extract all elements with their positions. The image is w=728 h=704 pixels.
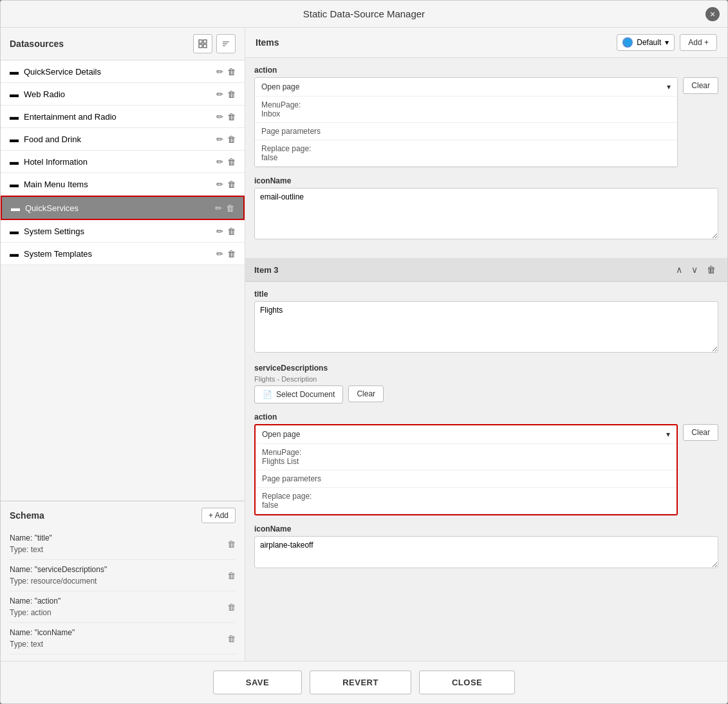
save-button[interactable]: SAVE <box>213 671 302 694</box>
item2-iconname-textarea[interactable]: email-outline <box>254 188 718 239</box>
datasource-icon: ▬ <box>10 226 19 236</box>
dropdown-chevron-icon: ▾ <box>665 38 669 47</box>
item3-up-button[interactable]: ∧ <box>673 263 685 276</box>
right-panel: Items 🌐 Default ▾ Add + act <box>245 28 727 661</box>
datasource-item-main-menu-items[interactable]: ▬ Main Menu Items ✏ 🗑 <box>1 173 245 196</box>
schema-title: Schema <box>10 510 44 521</box>
datasource-actions: ✏ 🗑 <box>216 67 236 77</box>
item2-action-field: action Open page ▾ M <box>254 66 718 167</box>
close-button[interactable]: CLOSE <box>419 671 515 694</box>
default-label: Default <box>637 38 661 47</box>
item3-dropdown-chevron-icon: ▾ <box>666 430 670 439</box>
datasource-label: QuickService Details <box>24 67 211 77</box>
datasource-label: Hotel Information <box>24 157 211 167</box>
item3-delete-button[interactable]: 🗑 <box>704 263 718 276</box>
datasource-actions: ✏ 🗑 <box>216 180 236 189</box>
datasource-icon: ▬ <box>10 156 19 167</box>
item2-action-dropdown[interactable]: Open page ▾ <box>255 78 677 97</box>
datasource-item-food-drink[interactable]: ▬ Food and Drink ✏ 🗑 <box>1 128 245 151</box>
schema-item-text: Name: "action" Type: action <box>10 595 61 618</box>
globe-icon: 🌐 <box>622 37 633 48</box>
datasource-label: System Templates <box>24 249 211 259</box>
schema-item-delete-icon[interactable]: 🗑 <box>227 571 236 580</box>
datasource-label: QuickServices <box>25 203 210 213</box>
default-select-dropdown[interactable]: 🌐 Default ▾ <box>617 34 675 51</box>
item2-action-label: action <box>254 66 718 75</box>
schema-item-delete-icon[interactable]: 🗑 <box>227 602 236 612</box>
datasource-actions: ✏ 🗑 <box>216 112 236 122</box>
item3-servicedesc-clear-button[interactable]: Clear <box>348 385 384 402</box>
edit-icon[interactable]: ✏ <box>216 67 223 77</box>
item3-action-detail-menupage: MenuPage:Flights List <box>256 444 677 470</box>
delete-icon[interactable]: 🗑 <box>227 249 236 259</box>
delete-icon[interactable]: 🗑 <box>227 227 236 236</box>
datasource-icon: ▬ <box>10 66 19 77</box>
grid-view-button[interactable] <box>193 34 212 53</box>
item3-title-textarea[interactable]: Flights <box>254 301 718 353</box>
datasource-actions: ✏ 🗑 <box>215 203 234 213</box>
schema-item: Name: "iconName" Type: text 🗑 <box>10 623 236 654</box>
item2-iconname-label: iconName <box>254 176 718 185</box>
item2-iconname-field: iconName email-outline <box>254 176 718 241</box>
item3-iconname-textarea[interactable]: airplane-takeoff <box>254 536 718 568</box>
datasource-label: System Settings <box>24 227 211 236</box>
edit-icon[interactable]: ✏ <box>216 157 223 167</box>
edit-icon[interactable]: ✏ <box>216 134 223 144</box>
item3-iconname-label: iconName <box>254 524 718 533</box>
edit-icon[interactable]: ✏ <box>216 249 223 259</box>
item2-action-detail-replacepage: Replace page:false <box>255 140 677 167</box>
item2-action-clear-button[interactable]: Clear <box>683 77 718 94</box>
datasource-item-system-settings[interactable]: ▬ System Settings ✏ 🗑 <box>1 220 245 243</box>
schema-item-delete-icon[interactable]: 🗑 <box>227 539 236 549</box>
item2-action-detail-pageparams: Page parameters <box>255 123 677 140</box>
item3-action-row: Open page ▾ MenuPage:Flights List Page p… <box>254 424 718 515</box>
datasource-item-hotel-information[interactable]: ▬ Hotel Information ✏ 🗑 <box>1 151 245 173</box>
edit-icon[interactable]: ✏ <box>215 203 222 213</box>
delete-icon[interactable]: 🗑 <box>227 134 236 144</box>
item3-action-detail-replacepage: Replace page:false <box>256 488 677 514</box>
datasource-item-web-radio[interactable]: ▬ Web Radio ✏ 🗑 <box>1 83 245 106</box>
datasource-icon: ▬ <box>10 248 19 259</box>
modal-close-x-button[interactable]: × <box>705 7 720 21</box>
item3-action-input-area: Open page ▾ MenuPage:Flights List Page p… <box>254 424 678 515</box>
delete-icon[interactable]: 🗑 <box>227 89 236 99</box>
item3-down-button[interactable]: ∨ <box>689 263 700 276</box>
datasource-actions: ✏ 🗑 <box>216 89 236 99</box>
right-panel-header: Items 🌐 Default ▾ Add + <box>245 28 727 58</box>
datasource-list: ▬ QuickService Details ✏ 🗑 ▬ Web Radio ✏… <box>1 60 245 501</box>
edit-icon[interactable]: ✏ <box>216 112 223 122</box>
datasource-item-quickservice-details[interactable]: ▬ QuickService Details ✏ 🗑 <box>1 60 245 83</box>
right-header-controls: 🌐 Default ▾ Add + <box>617 34 717 51</box>
edit-icon[interactable]: ✏ <box>216 227 223 236</box>
datasource-label: Entertainment and Radio <box>24 112 211 122</box>
modal-title: Static Data-Source Manager <box>303 8 425 19</box>
item3-action-dropdown[interactable]: Open page ▾ <box>256 425 677 444</box>
item2-action-row: Open page ▾ MenuPage:Inbox Page paramete… <box>254 77 718 167</box>
datasource-item-system-templates[interactable]: ▬ System Templates ✏ 🗑 <box>1 243 245 265</box>
datasource-icon: ▬ <box>10 89 19 99</box>
delete-icon[interactable]: 🗑 <box>226 203 234 213</box>
schema-items: Name: "title" Type: text 🗑 Name: "servic… <box>10 528 236 654</box>
item3-title-field: title Flights <box>254 290 718 355</box>
add-plus-button[interactable]: Add + <box>680 34 717 51</box>
item3-action-clear-button[interactable]: Clear <box>683 424 718 441</box>
delete-icon[interactable]: 🗑 <box>227 112 236 122</box>
schema-item-text: Name: "iconName" Type: text <box>10 627 75 650</box>
schema-add-button[interactable]: + Add <box>201 508 236 523</box>
item3-servicedesc-field: serviceDescriptions Flights - Descriptio… <box>254 364 718 403</box>
schema-item-delete-icon[interactable]: 🗑 <box>227 634 236 644</box>
datasource-item-quickservices[interactable]: ▬ QuickServices ✏ 🗑 <box>1 196 245 220</box>
datasource-item-entertainment-radio[interactable]: ▬ Entertainment and Radio ✏ 🗑 <box>1 106 245 128</box>
revert-button[interactable]: REVERT <box>310 671 411 694</box>
item3-select-document-button[interactable]: 📄 Select Document <box>254 385 343 403</box>
svg-rect-1 <box>203 40 207 43</box>
edit-icon[interactable]: ✏ <box>216 180 223 189</box>
datasource-actions: ✏ 🗑 <box>216 157 236 167</box>
delete-icon[interactable]: 🗑 <box>227 67 236 77</box>
delete-icon[interactable]: 🗑 <box>227 157 236 167</box>
item3-block-header: Item 3 ∧ ∨ 🗑 <box>245 258 727 282</box>
edit-icon[interactable]: ✏ <box>216 89 223 99</box>
item3-open-page-label: Open page <box>262 430 300 439</box>
sort-button[interactable] <box>216 34 236 53</box>
delete-icon[interactable]: 🗑 <box>227 180 236 189</box>
